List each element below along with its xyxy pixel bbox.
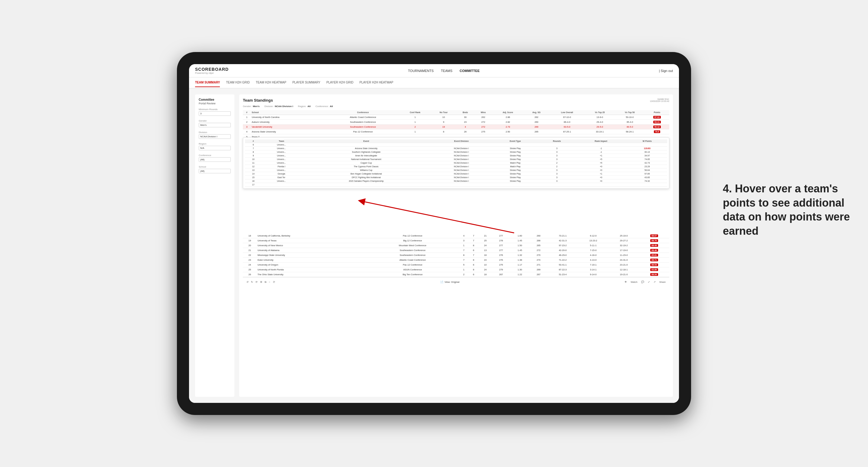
share-icon: ↗ [654,281,656,283]
division-select[interactable]: NCAA Division I [199,134,231,139]
filter-conference: Conference: All [315,105,333,108]
tooltip-row: 17 [245,183,667,187]
panel-title: Team Standings [243,98,273,102]
logo-sub: Powered by clipd [195,72,229,74]
col-no-tour: No Tour [431,110,456,115]
points-badge: 88.70 [650,239,658,242]
sub-nav-team-h2h-grid[interactable]: TEAM H2H GRID [226,78,249,87]
table-row[interactable]: 19 University of Texas Big 12 Conference… [243,238,669,243]
table-row[interactable]: 2 Auburn University Southeastern Confere… [243,120,669,125]
sidebar-label-division: Division [199,131,231,134]
toolbar-left: ↺ ↻ ⟳ ⚙ ⧉ − ⏱ [247,281,275,284]
bottom-toolbar: ↺ ↻ ⟳ ⚙ ⧉ − ⏱ 📄 View: Original 👁 W [243,277,669,287]
tooltip-row: 7Univers...Arizona State UniversityNCAA … [245,147,667,150]
annotation-area: 4. Hover over a team's points to see add… [711,182,862,238]
view-original-icon: 📄 [440,281,443,283]
col-points: Points [645,110,669,115]
sidebar-label-gender: Gender [199,120,231,122]
standings-table-lower: 18 University of California, Berkeley Pa… [243,234,669,277]
conference-select[interactable]: (All) [199,157,231,162]
table-row[interactable]: 24 University of Oregon Pac-12 Conferenc… [243,262,669,268]
sidebar-label-region: Region [199,143,231,145]
tooltip-row: 16Univers...2023 Sahalee Players Champio… [245,179,667,183]
points-badge: 88.49 [650,244,658,247]
tooltip-row: 9Univers...Amer Air IntercollegiateNCAA … [245,154,667,158]
col-avg-sg: Avg. SG [524,110,549,115]
nav-committee[interactable]: COMMITTEE [460,68,480,74]
nav-tournaments[interactable]: TOURNAMENTS [408,68,434,74]
col-vs-top25: Vs Top 25 [585,110,615,115]
points-badge: 93.31 [653,121,661,123]
points-badge: 83.89 [650,268,658,271]
table-row[interactable]: 4 Arizona State University Pac-12 Confer… [243,129,669,134]
inner-panel: # School Conference Conf Rank No Tour Bn… [243,110,669,277]
points-badge: 79.5 [654,130,660,133]
logo-text: SCOREBOARD [195,67,229,72]
points-badge: 97.02 [653,116,661,119]
col-low-overall: Low Overall [549,110,585,115]
points-badge: 88.94 [650,273,658,276]
settings-icon[interactable]: ⚙ [260,281,262,283]
table-row[interactable]: 25 University of North Florida ASUN Conf… [243,268,669,272]
tooltip-row: 11Univers...Copper CupNCAA Division IMat… [245,161,667,165]
col-school: School [251,110,327,115]
comment-icon[interactable]: 💬 [641,281,644,283]
sub-nav-player-summary[interactable]: PLAYER SUMMARY [292,78,320,87]
sign-out-button[interactable]: | Sign out [659,69,673,72]
annotation-text: 4. Hover over a team's points to see add… [723,182,862,238]
timer-icon[interactable]: ⏱ [273,281,275,283]
sidebar-subtitle: Portal Review [199,102,231,105]
table-row[interactable]: 23 Duke University Atlantic Coast Confer… [243,258,669,262]
copy-icon[interactable]: ⧉ [265,281,267,284]
toolbar-right: 👁 Watch 💬 ⤢ ↗ Share [624,281,666,283]
filter-region: Region: All [298,105,311,108]
tooltip-row: 15East TerDFCC Fighting Illini Invitatio… [245,176,667,179]
table-row[interactable]: 20 University of New Mexico Mountain Wes… [243,243,669,248]
sub-nav-team-h2h-heatmap[interactable]: TEAM H2H HEATMAP [256,78,286,87]
table-row[interactable]: 22 Mississippi State University Southeas… [243,253,669,258]
table-row[interactable]: 18 University of California, Berkeley Pa… [243,234,669,238]
refresh-icon[interactable]: ⟳ [255,281,258,283]
sub-nav-player-h2h-heatmap[interactable]: PLAYER H2H HEATMAP [359,78,393,87]
share-button[interactable]: Share [659,281,666,283]
sidebar-label-school: School [199,165,231,168]
region-select[interactable]: N/A [199,146,231,150]
tooltip-row: 12Florida IThe Cypress Point ClassicNCAA… [245,165,667,168]
col-adj-score: Adj. Score [492,110,524,115]
sub-nav-team-summary[interactable]: TEAM SUMMARY [195,78,220,87]
col-conference: Conference [327,110,399,115]
minus-icon[interactable]: − [269,281,270,283]
filter-division: Division: NCAA Division I [264,105,293,108]
update-time: Update time: 13/03/2024 10:03:42 [650,98,669,102]
gender-select[interactable]: Men's [199,123,231,127]
expand-icon[interactable]: ⤢ [648,281,650,283]
nav-links: TOURNAMENTS TEAMS COMMITTEE [408,68,480,74]
undo-icon[interactable]: ↺ [247,281,249,283]
points-badge: 88.54 [650,263,658,266]
col-conf-rank: Conf Rank [399,110,431,115]
col-rank: # [243,110,251,115]
col-wins: Wins [474,110,492,115]
table-row[interactable]: 1 University of North Carolina Atlantic … [243,115,669,120]
sub-nav-player-h2h-grid[interactable]: PLAYER H2H GRID [326,78,353,87]
left-sidebar: Committee Portal Review Minimum Rounds G… [195,94,235,397]
view-label[interactable]: View: Original [444,281,459,283]
points-badge: 88.48 [650,249,658,252]
filter-row: Gender: Men's Division: NCAA Division I … [243,105,669,108]
table-row[interactable]: 26 The Ohio State University Big Ten Con… [243,272,669,277]
table-row[interactable]: 21 University of Alabama Southeastern Co… [243,248,669,253]
tablet-screen: SCOREBOARD Powered by clipd TOURNAMENTS … [189,64,679,403]
min-rounds-input[interactable] [199,111,231,116]
tooltip-row: 8Univers...Southern Highlands Collegiate… [245,150,667,154]
watch-button[interactable]: Watch [630,281,637,283]
panel-header: Team Standings Update time: 13/03/2024 1… [243,98,669,102]
right-panel: Team Standings Update time: 13/03/2024 1… [239,94,673,397]
standings-table: # School Conference Conf Rank No Tour Bn… [243,110,669,140]
redo-icon[interactable]: ↻ [251,281,253,283]
tooltip-row: 6Univers... [245,143,667,147]
sidebar-label-conference: Conference [199,154,231,157]
nav-teams[interactable]: TEAMS [441,68,453,74]
school-select[interactable]: (All) [199,169,231,173]
tooltip-table: # Team Event Event Division Event Type R… [245,139,667,187]
table-row[interactable]: 3 Vanderbilt University Southeastern Con… [243,125,669,129]
